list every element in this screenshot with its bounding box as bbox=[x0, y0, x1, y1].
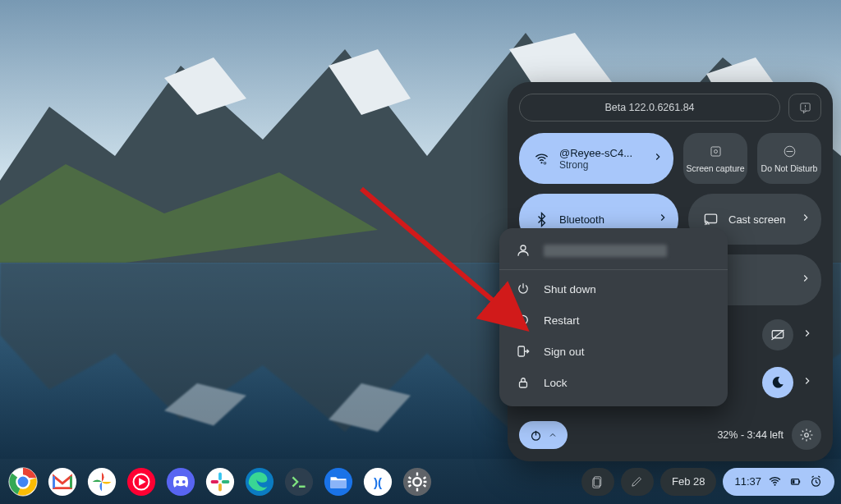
screen-capture-icon bbox=[708, 144, 724, 159]
edge-icon bbox=[244, 466, 275, 497]
cast-icon bbox=[703, 212, 719, 227]
bluetooth-label: Bluetooth bbox=[559, 213, 604, 226]
restart-label: Restart bbox=[544, 314, 580, 327]
app-generic-1[interactable]: )( bbox=[361, 465, 394, 498]
svg-rect-6 bbox=[710, 147, 719, 156]
brightness-expand[interactable] bbox=[802, 328, 813, 342]
app-settings[interactable] bbox=[401, 465, 434, 498]
screen-capture-tile[interactable]: Screen capture bbox=[683, 133, 747, 184]
dark-theme-button[interactable] bbox=[762, 367, 793, 398]
svg-point-26 bbox=[48, 467, 76, 495]
chrome-icon bbox=[7, 466, 39, 497]
app-discord[interactable] bbox=[164, 465, 197, 498]
app-youtube-music[interactable] bbox=[125, 465, 158, 498]
signout-icon bbox=[516, 344, 531, 359]
chevron-right-icon bbox=[802, 375, 813, 387]
chevron-right-icon bbox=[652, 151, 664, 163]
svg-point-16 bbox=[805, 433, 809, 438]
power-menu-lock[interactable]: Lock bbox=[499, 367, 728, 398]
shelf: )( Feb 28 11:37 bbox=[0, 459, 841, 504]
chevron-up-icon bbox=[548, 430, 558, 440]
svg-point-3 bbox=[540, 162, 542, 163]
wifi-icon bbox=[534, 151, 549, 167]
svg-rect-36 bbox=[218, 483, 222, 491]
night-light-button[interactable] bbox=[762, 319, 793, 351]
cast-expand[interactable] bbox=[800, 212, 811, 227]
svg-rect-37 bbox=[211, 480, 219, 483]
wifi-status-icon bbox=[768, 474, 782, 488]
volume-expand[interactable] bbox=[802, 375, 813, 390]
svg-point-48 bbox=[774, 484, 775, 486]
chevron-right-icon bbox=[802, 328, 813, 339]
bluetooth-icon bbox=[534, 212, 549, 227]
user-icon bbox=[516, 243, 531, 258]
power-button[interactable] bbox=[519, 421, 568, 449]
dnd-label: Do Not Disturb bbox=[761, 163, 818, 173]
power-menu-restart[interactable]: Restart bbox=[499, 305, 728, 336]
svg-point-17 bbox=[521, 245, 526, 250]
feedback-icon bbox=[798, 101, 812, 115]
svg-point-32 bbox=[182, 480, 186, 483]
wifi-status: Strong bbox=[559, 159, 632, 171]
pencil-icon bbox=[630, 474, 644, 488]
photos-icon bbox=[86, 466, 117, 497]
power-menu: Shut down Restart Sign out Lock bbox=[499, 228, 728, 406]
svg-point-44 bbox=[403, 467, 431, 495]
svg-rect-41 bbox=[331, 480, 347, 488]
app-icon: )( bbox=[362, 466, 393, 497]
app-chrome[interactable] bbox=[7, 465, 39, 498]
date-text: Feb 28 bbox=[672, 475, 705, 488]
tote-button[interactable] bbox=[581, 468, 614, 496]
svg-point-2 bbox=[805, 108, 806, 109]
app-terminal[interactable] bbox=[283, 465, 315, 498]
app-edge[interactable] bbox=[243, 465, 276, 498]
dnd-tile[interactable]: Do Not Disturb bbox=[757, 133, 821, 184]
display-off-icon bbox=[770, 328, 785, 342]
files-icon bbox=[323, 466, 354, 497]
screen-capture-label: Screen capture bbox=[686, 163, 744, 173]
wifi-tile[interactable]: @Reyee-sC4... Strong bbox=[519, 133, 673, 184]
feedback-button[interactable] bbox=[788, 94, 821, 121]
svg-text:)(: )( bbox=[374, 474, 383, 488]
battery-status-icon bbox=[788, 474, 802, 488]
vpn-expand[interactable] bbox=[800, 273, 811, 287]
date-pill[interactable]: Feb 28 bbox=[660, 468, 716, 496]
svg-point-39 bbox=[285, 467, 313, 495]
svg-rect-35 bbox=[222, 480, 230, 483]
status-tray[interactable]: 11:37 bbox=[723, 468, 834, 496]
app-slack[interactable] bbox=[204, 465, 237, 498]
svg-point-33 bbox=[206, 467, 234, 495]
svg-rect-34 bbox=[218, 472, 222, 480]
terminal-icon bbox=[283, 466, 315, 497]
svg-rect-50 bbox=[799, 480, 800, 483]
discord-icon bbox=[165, 466, 196, 497]
svg-point-11 bbox=[705, 223, 706, 225]
version-banner[interactable]: Beta 122.0.6261.84 bbox=[519, 94, 780, 121]
lock-icon bbox=[516, 375, 531, 390]
wifi-expand[interactable] bbox=[652, 151, 664, 166]
restart-icon bbox=[516, 313, 531, 328]
power-icon bbox=[516, 282, 531, 296]
settings-gear-button[interactable] bbox=[792, 420, 821, 450]
power-icon bbox=[529, 428, 543, 442]
app-files[interactable] bbox=[322, 465, 355, 498]
power-menu-shutdown[interactable]: Shut down bbox=[499, 273, 728, 305]
svg-rect-5 bbox=[545, 162, 546, 163]
stylus-button[interactable] bbox=[621, 468, 654, 496]
app-photos[interactable] bbox=[85, 465, 118, 498]
cast-label: Cast screen bbox=[728, 213, 785, 226]
shutdown-label: Shut down bbox=[544, 283, 596, 296]
wifi-name: @Reyee-sC4... bbox=[559, 147, 632, 159]
chevron-right-icon bbox=[657, 212, 669, 223]
youtube-music-icon bbox=[126, 466, 157, 497]
alarm-status-icon bbox=[809, 474, 823, 488]
time-text: 11:37 bbox=[734, 475, 761, 488]
tote-icon bbox=[591, 474, 604, 488]
power-menu-signout[interactable]: Sign out bbox=[499, 336, 728, 367]
signout-label: Sign out bbox=[544, 346, 585, 358]
app-gmail[interactable] bbox=[46, 465, 79, 498]
bluetooth-expand[interactable] bbox=[657, 212, 669, 227]
power-menu-user[interactable] bbox=[499, 235, 728, 266]
chevron-right-icon bbox=[800, 212, 811, 223]
gmail-icon bbox=[47, 466, 78, 497]
